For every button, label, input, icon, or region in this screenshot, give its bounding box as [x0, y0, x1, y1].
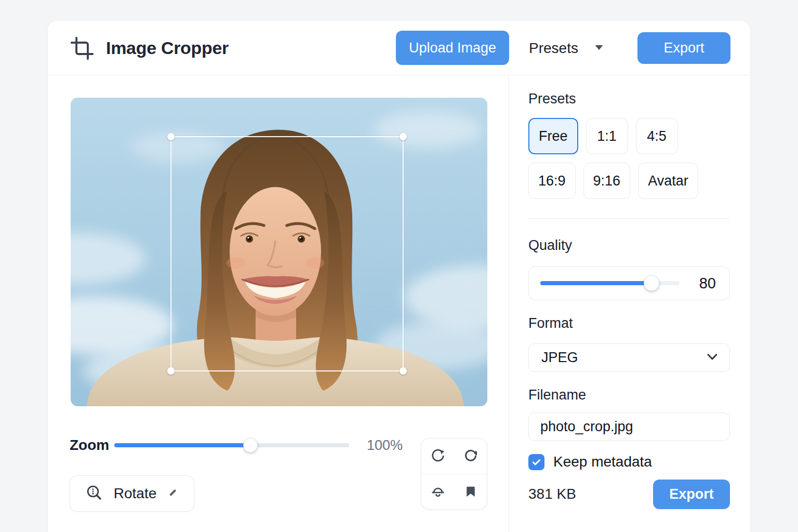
crop-handle-bottom-left[interactable]: [167, 367, 175, 375]
file-size-text: 381 KB: [528, 486, 576, 502]
sidebar: Presets Free 1:1 4:5 16:9 9:16 Avatar Qu…: [508, 75, 750, 532]
crop-handle-top-left[interactable]: [167, 133, 175, 140]
bookmark-icon[interactable]: [454, 474, 487, 510]
preset-1-1[interactable]: 1:1: [586, 118, 628, 154]
zoom-label: Zoom: [70, 437, 109, 454]
preset-avatar[interactable]: Avatar: [638, 163, 698, 199]
crop-handle-top-right[interactable]: [400, 133, 407, 140]
filename-heading: Filename: [528, 387, 586, 403]
export-button-header[interactable]: Export: [637, 32, 730, 64]
presets-menu-button[interactable]: Presets: [529, 21, 604, 75]
presets-menu-label: Presets: [529, 40, 578, 57]
rotate-button[interactable]: Rotate: [70, 475, 194, 512]
refresh-icon[interactable]: [454, 438, 487, 474]
quality-slider-card: 80: [528, 266, 730, 300]
tool-row: [421, 438, 487, 474]
keep-metadata-checkbox[interactable]: [528, 454, 544, 470]
rotate-cw-icon[interactable]: [421, 438, 454, 474]
zoom-slider-fill: [114, 443, 250, 447]
preset-4-5[interactable]: 4:5: [636, 118, 678, 154]
format-selected-value: JPEG: [541, 350, 578, 366]
zoom-slider[interactable]: [114, 443, 349, 447]
divider: [528, 218, 730, 219]
format-select[interactable]: JPEG: [528, 343, 730, 372]
bell-icon[interactable]: [421, 474, 454, 510]
brand: Image Cropper: [71, 21, 229, 75]
zoom-slider-thumb[interactable]: [243, 438, 258, 453]
preset-free[interactable]: Free: [528, 118, 578, 154]
quality-slider-fill: [540, 281, 651, 285]
preset-16-9[interactable]: 16:9: [528, 163, 576, 199]
app-window: Image Cropper Upload Image Presets Expor…: [48, 21, 750, 532]
presets-heading: Presets: [528, 91, 576, 107]
keep-metadata-option[interactable]: Keep metadata: [528, 454, 652, 470]
keep-metadata-label: Keep metadata: [553, 454, 652, 470]
tool-row: [421, 474, 487, 510]
quality-slider-thumb[interactable]: [644, 275, 659, 291]
quality-value: 80: [687, 275, 716, 292]
pencil-icon: [168, 487, 178, 500]
preset-9-16[interactable]: 9:16: [583, 163, 631, 199]
chevron-down-icon: [707, 353, 718, 363]
upload-image-button[interactable]: Upload Image: [396, 31, 509, 65]
crop-rect[interactable]: [170, 136, 404, 371]
crop-canvas[interactable]: [71, 98, 487, 406]
zoom-value: 100%: [367, 437, 403, 454]
quality-slider[interactable]: [540, 281, 680, 285]
export-button[interactable]: Export: [653, 480, 730, 509]
quality-heading: Quality: [528, 237, 572, 254]
header: Image Cropper Upload Image Presets Expor…: [48, 21, 750, 75]
page-title: Image Cropper: [106, 38, 229, 58]
caret-down-icon: [594, 44, 604, 53]
filename-input[interactable]: [528, 413, 730, 441]
crop-icon: [71, 37, 94, 60]
magnifier-dots-icon: [86, 484, 102, 503]
format-heading: Format: [528, 315, 573, 331]
transform-tool-group: [421, 438, 487, 510]
crop-handle-bottom-right[interactable]: [400, 367, 407, 375]
rotate-button-label: Rotate: [114, 485, 157, 502]
preset-options: Free 1:1 4:5 16:9 9:16 Avatar: [528, 118, 732, 199]
